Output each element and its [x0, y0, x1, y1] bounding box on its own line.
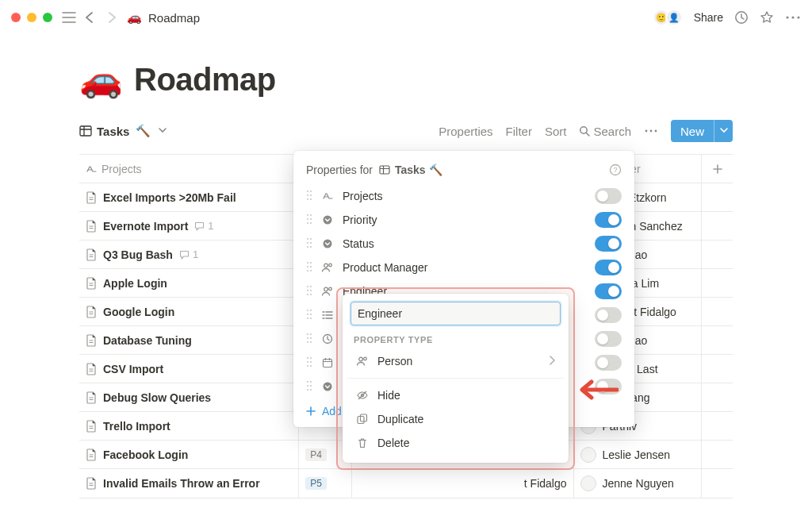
- svg-point-76: [324, 383, 332, 391]
- add-column-button[interactable]: [702, 155, 733, 183]
- property-type-row[interactable]: Person: [350, 349, 561, 373]
- svg-point-28: [310, 237, 312, 239]
- breadcrumb[interactable]: 🚗 Roadmap: [127, 10, 200, 25]
- svg-point-27: [307, 237, 308, 239]
- search-button[interactable]: Search: [579, 125, 631, 138]
- cell-empty: [702, 269, 733, 297]
- svg-point-8: [655, 130, 657, 133]
- drag-handle-icon[interactable]: [306, 190, 312, 203]
- cell-title[interactable]: Apple Login: [79, 269, 299, 297]
- drag-handle-icon[interactable]: [306, 380, 312, 394]
- property-type-label: Person: [377, 355, 412, 368]
- visibility-toggle[interactable]: [595, 283, 622, 299]
- view-name: Tasks: [97, 125, 129, 138]
- comments-indicator[interactable]: 1: [194, 220, 213, 232]
- cell-priority[interactable]: P5: [299, 469, 352, 498]
- duplicate-icon: [355, 414, 370, 425]
- cell-engineer[interactable]: Leslie Jensen: [574, 441, 703, 468]
- cell-title[interactable]: Debug Slow Queries: [79, 383, 299, 411]
- visibility-toggle[interactable]: [595, 331, 622, 347]
- page-title-text[interactable]: Roadmap: [134, 62, 276, 98]
- drag-handle-icon[interactable]: [306, 309, 312, 322]
- svg-point-44: [307, 289, 308, 291]
- svg-point-45: [310, 289, 312, 291]
- svg-point-23: [310, 217, 312, 219]
- page-title: 🚗 Roadmap: [79, 59, 733, 100]
- cell-title[interactable]: Trello Import: [79, 412, 299, 440]
- cell-title[interactable]: Google Login: [79, 298, 299, 325]
- new-button-dropdown[interactable]: [714, 120, 733, 142]
- cell-title[interactable]: Evernote Import1: [79, 212, 299, 240]
- drag-handle-icon[interactable]: [306, 333, 312, 346]
- filter-button[interactable]: Filter: [506, 125, 532, 138]
- drag-handle-icon[interactable]: [306, 214, 312, 227]
- cell-title[interactable]: Invalid Emails Throw an Error: [79, 469, 299, 498]
- multi-prop-icon: [320, 310, 335, 320]
- nav-forward-icon[interactable]: [105, 12, 117, 23]
- property-hide-button[interactable]: Hide: [350, 383, 561, 407]
- property-row[interactable]: Product Manager: [293, 256, 634, 279]
- drag-handle-icon[interactable]: [306, 285, 312, 298]
- visibility-toggle[interactable]: [595, 212, 622, 228]
- svg-rect-69: [324, 360, 332, 368]
- cell-title[interactable]: Facebook Login: [79, 441, 299, 468]
- svg-point-72: [307, 384, 308, 386]
- property-row[interactable]: Projects: [293, 184, 634, 208]
- favorite-star-icon[interactable]: [760, 10, 774, 25]
- property-type-section-label: PROPERTY TYPE: [354, 335, 557, 344]
- share-button[interactable]: Share: [694, 11, 723, 24]
- cell-engineer[interactable]: Jenne Nguyen: [574, 469, 703, 498]
- view-more-icon[interactable]: [644, 129, 658, 133]
- cell-empty: [702, 212, 733, 240]
- properties-heading-view: Tasks: [395, 164, 426, 176]
- view-tool-icon: 🔨: [136, 124, 151, 138]
- properties-button[interactable]: Properties: [439, 125, 492, 138]
- sidebar-toggle-icon[interactable]: [62, 12, 76, 23]
- property-duplicate-button[interactable]: Duplicate: [350, 407, 561, 431]
- visibility-toggle[interactable]: [595, 188, 622, 204]
- comments-indicator[interactable]: 1: [179, 248, 198, 260]
- cell-title[interactable]: Database Tuning: [79, 326, 299, 354]
- nav-controls: [62, 12, 117, 23]
- updates-icon[interactable]: [734, 10, 749, 25]
- property-delete-button[interactable]: Delete: [350, 431, 561, 455]
- drag-handle-icon[interactable]: [306, 261, 312, 275]
- visibility-toggle[interactable]: [595, 236, 622, 252]
- more-icon[interactable]: [785, 15, 801, 20]
- svg-point-17: [310, 194, 312, 195]
- property-row[interactable]: Priority: [293, 208, 634, 232]
- page-emoji-icon[interactable]: 🚗: [79, 59, 123, 100]
- cell-empty: [702, 298, 733, 325]
- svg-point-1: [786, 16, 788, 18]
- svg-point-59: [310, 337, 312, 338]
- table-row[interactable]: Invalid Emails Throw an ErrorP5t Fidalgo…: [79, 469, 733, 498]
- visibility-toggle[interactable]: [595, 355, 622, 371]
- drag-handle-icon[interactable]: [306, 356, 312, 370]
- window-zoom-icon[interactable]: [43, 13, 52, 22]
- svg-rect-11: [380, 166, 389, 174]
- svg-point-57: [310, 333, 312, 334]
- new-button[interactable]: New: [671, 120, 733, 142]
- svg-point-24: [307, 221, 308, 223]
- property-row[interactable]: Status: [293, 232, 634, 256]
- page-icon: [86, 248, 97, 261]
- column-projects[interactable]: Projects: [79, 155, 299, 183]
- window-minimize-icon[interactable]: [27, 13, 36, 22]
- cell-pm[interactable]: t Fidalgo: [352, 469, 573, 498]
- visibility-toggle[interactable]: [595, 307, 622, 323]
- property-name-input[interactable]: [350, 302, 561, 325]
- drag-handle-icon[interactable]: [306, 237, 312, 251]
- cell-title[interactable]: Q3 Bug Bash1: [79, 241, 299, 268]
- cell-title[interactable]: CSV Import: [79, 355, 299, 383]
- presence-avatars[interactable]: 🙂 👤: [653, 9, 683, 26]
- cell-title[interactable]: Excel Imports >20Mb Fail: [79, 183, 299, 211]
- page-icon: [86, 448, 97, 461]
- view-selector[interactable]: Tasks 🔨: [79, 124, 167, 138]
- svg-point-14: [307, 190, 308, 191]
- nav-back-icon[interactable]: [84, 12, 97, 23]
- window-close-icon[interactable]: [11, 13, 21, 22]
- traffic-lights: [11, 13, 52, 22]
- visibility-toggle[interactable]: [595, 260, 622, 275]
- help-icon[interactable]: ?: [609, 164, 622, 176]
- sort-button[interactable]: Sort: [545, 125, 567, 138]
